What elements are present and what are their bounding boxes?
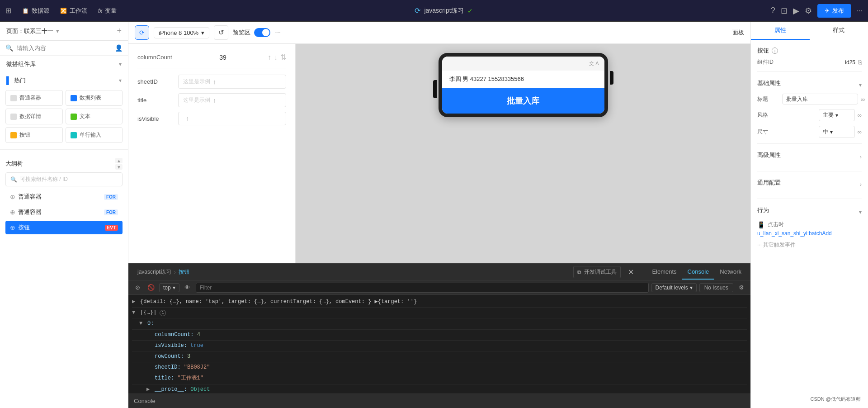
expand-icon[interactable]: ⊕ <box>10 193 15 200</box>
common-header[interactable]: 通用配置 › <box>757 176 862 193</box>
nav-datasource[interactable]: 📋 数据源 <box>22 7 49 15</box>
nav-variables[interactable]: fx 变量 <box>98 7 117 15</box>
outline-up-arrow[interactable]: ▲ <box>115 158 123 163</box>
share-icon[interactable]: ⚙ <box>805 6 812 16</box>
outline-down-arrow[interactable]: ▼ <box>115 164 123 170</box>
link-icon2[interactable]: ∞ <box>858 112 862 119</box>
console-scroll-area: ▶ {detail: {…}, name: 'tap', target: {…}… <box>128 295 750 394</box>
swap-icon[interactable]: ⇅ <box>280 53 286 62</box>
outline-arrows: ▲ ▼ <box>115 158 123 170</box>
canvas-more-button[interactable]: ··· <box>275 28 281 37</box>
sheet-id-row: sheetID 这里是示例 ↑ <box>137 75 286 89</box>
console-line: title: "工作表1" <box>132 373 747 384</box>
is-visible-field[interactable]: ↑ <box>178 112 286 125</box>
help-icon[interactable]: ? <box>771 6 775 15</box>
widget-lib-arrow[interactable]: ▾ <box>119 61 122 67</box>
expand-arrow[interactable]: ▼ <box>132 308 137 317</box>
refresh-button[interactable]: ↺ <box>214 25 228 40</box>
search-input[interactable] <box>17 45 111 52</box>
size-select[interactable]: 中 ▾ <box>819 126 855 138</box>
page-title[interactable]: 页面：联系三十一 ▾ <box>6 27 59 35</box>
basic-props-header[interactable]: 基础属性 ▾ <box>757 76 862 94</box>
save-icon[interactable]: ⊡ <box>781 6 788 16</box>
grid-icon[interactable]: ⊞ <box>5 6 11 15</box>
behavior-header[interactable]: 行为 ▾ <box>757 204 862 221</box>
upload-icon[interactable]: ↑ <box>268 53 271 62</box>
run-icon[interactable]: ▶ <box>793 6 799 16</box>
download-icon[interactable]: ↓ <box>274 53 278 62</box>
devtools-toolbar: ⊘ 🚫 top ▾ 👁 Default levels ▾ No Issues ⚙ <box>128 280 750 295</box>
style-select[interactable]: 主要 ▾ <box>819 109 855 121</box>
outline-item-container1[interactable]: ⊕ 普通容器 FOR <box>5 190 123 204</box>
rp-divider3 <box>757 171 862 171</box>
info-icon[interactable]: i <box>772 47 778 54</box>
widget-input[interactable]: 单行输入 <box>66 127 123 143</box>
canvas-main-area: ⟳ iPhone 8 100% ▾ ↺ 预览区 ··· 面板 columnCou… <box>128 22 750 408</box>
add-page-button[interactable]: + <box>117 26 122 36</box>
more-icon[interactable]: ··· <box>857 7 863 15</box>
title-field: 标题 ∞ <box>757 94 862 104</box>
title-input[interactable] <box>782 94 858 104</box>
canvas-mode-button[interactable]: ⟳ <box>135 25 149 40</box>
expand-arrow[interactable]: ▼ <box>139 319 145 328</box>
chevron-down-icon: ▾ <box>173 285 175 291</box>
expand-icon[interactable]: ⊕ <box>10 209 15 216</box>
tab-styles[interactable]: 样式 <box>810 22 868 40</box>
open-devtools-button[interactable]: ⧉ 开发调试工具 <box>573 266 621 278</box>
bind-icon: ↑ <box>213 78 216 85</box>
widget-datalist[interactable]: 数据列表 <box>66 90 123 106</box>
tab-properties[interactable]: 属性 <box>751 22 810 40</box>
widget-datadetail[interactable]: 数据详情 <box>5 109 63 124</box>
device-selector[interactable]: iPhone 8 100% ▾ <box>154 27 209 38</box>
more-actions[interactable]: ··· 其它触发事件 <box>757 241 862 249</box>
phone-side-right <box>610 71 613 85</box>
widget-container[interactable]: 普通容器 <box>5 90 63 106</box>
column-count-row: columnCount 39 ↑ ↓ ⇅ <box>137 53 286 68</box>
close-devtools-button[interactable]: ✕ <box>624 266 637 278</box>
bottom-console-tab[interactable]: Console <box>134 396 156 406</box>
nav-workflow[interactable]: 🔀 工作流 <box>60 7 87 15</box>
level-select[interactable]: Default levels ▾ <box>651 283 697 292</box>
phone-big-button[interactable]: 批量入库 <box>442 88 604 114</box>
filter-input[interactable] <box>196 283 649 293</box>
link-icon3[interactable]: ∞ <box>858 128 862 135</box>
widget-text[interactable]: 文本 <box>66 109 123 124</box>
advanced-header[interactable]: 高级属性 › <box>757 148 862 166</box>
center-top: columnCount 39 ↑ ↓ ⇅ sheetID 这里是示例 ↑ <box>128 44 750 263</box>
tab-elements[interactable]: Elements <box>646 265 682 280</box>
expand-arrow[interactable]: ▶ <box>146 385 152 394</box>
console-line: ▼ 0: <box>132 318 747 329</box>
devtools-path-item[interactable]: 按钮 <box>179 268 189 276</box>
outline-item-button[interactable]: ⊕ 按钮 EVT <box>5 221 123 234</box>
nav-right: ? ⊡ ▶ ⚙ ✈ 发布 ··· <box>771 4 863 18</box>
title-field[interactable]: 这里是示例 ↑ <box>178 93 286 107</box>
preview-toggle-switch[interactable] <box>254 28 270 37</box>
tab-network[interactable]: Network <box>714 265 747 280</box>
dt-stop-button[interactable]: ⊘ <box>132 282 143 293</box>
settings-icon[interactable]: ⚙ <box>736 282 747 293</box>
top-select[interactable]: top ▾ <box>159 283 179 292</box>
outline-search: 🔍 可搜索组件名称 / ID <box>5 172 123 186</box>
outline-item-container2[interactable]: ⊕ 普通容器 FOR <box>5 205 123 219</box>
hot-section-arrow[interactable]: ▾ <box>119 77 122 84</box>
console-line: rowCount: 3 <box>132 351 747 362</box>
advanced-section: 高级属性 › <box>757 148 862 166</box>
expand-arrow[interactable]: ▶ <box>132 298 137 306</box>
search-icon: 🔍 <box>5 44 13 52</box>
component-title: 按钮 i <box>757 47 862 55</box>
link-icon[interactable]: ∞ <box>861 96 865 103</box>
datadetail-icon <box>10 114 17 120</box>
sheet-id-field[interactable]: 这里是示例 ↑ <box>178 75 286 89</box>
data-panel: columnCount 39 ↑ ↓ ⇅ sheetID 这里是示例 ↑ <box>128 44 296 263</box>
widget-button[interactable]: 按钮 <box>5 127 63 143</box>
publish-button[interactable]: ✈ 发布 <box>817 4 851 18</box>
issues-button[interactable]: No Issues <box>699 283 733 292</box>
dt-clear-button[interactable]: 🚫 <box>146 282 156 293</box>
evt-badge: EVT <box>105 225 118 231</box>
expand-icon[interactable]: ⊕ <box>10 224 15 231</box>
onclick-value[interactable]: u_lian_xi_san_shi_yi:batchAdd <box>757 230 832 237</box>
tab-console[interactable]: Console <box>682 265 715 280</box>
copy-icon[interactable]: ⎘ <box>858 59 862 66</box>
dt-eye-button[interactable]: 👁 <box>182 282 193 293</box>
chevron-down-icon: ▾ <box>835 112 838 119</box>
